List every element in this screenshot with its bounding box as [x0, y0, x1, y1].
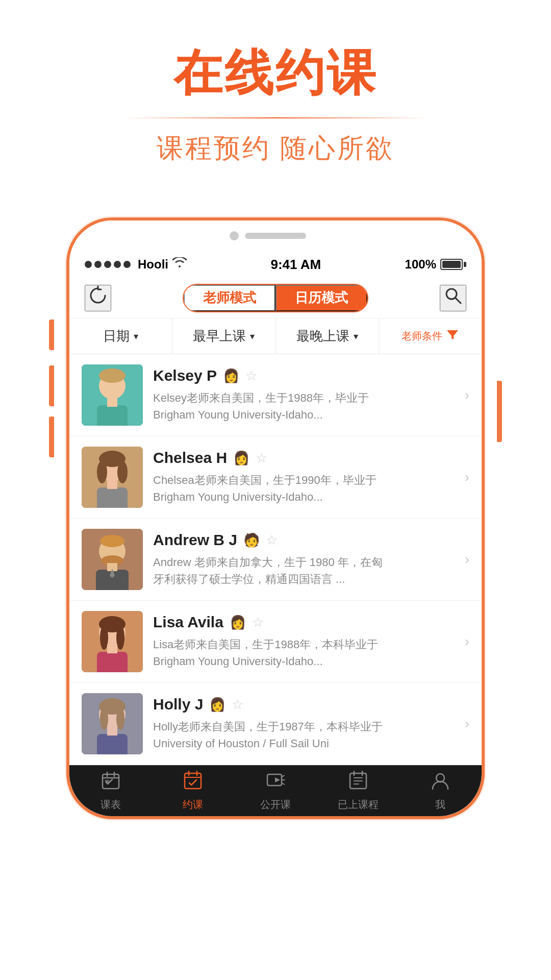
battery-body	[440, 259, 463, 270]
gender-icon: 👩	[209, 697, 226, 713]
title-divider	[122, 117, 429, 118]
filter-latest[interactable]: 最晚上课 ▾	[276, 318, 379, 354]
signal-dot	[104, 261, 111, 268]
teacher-name: Kelsey P	[153, 367, 217, 384]
svg-rect-12	[97, 487, 128, 508]
side-button-power	[497, 381, 502, 442]
gender-icon: 🧑	[243, 532, 260, 548]
calendar-mode-button[interactable]: 日历模式	[276, 285, 367, 311]
phone-top	[69, 220, 482, 251]
nav-item-schedule[interactable]: 课表	[69, 771, 152, 812]
filter-latest-label: 最晚上课	[296, 327, 349, 345]
teacher-name: Holly J	[153, 696, 203, 713]
svg-rect-26	[97, 652, 128, 672]
teacher-desc-line2: University of Houston / Full Sail Uni	[153, 737, 329, 750]
teacher-name-row: Andrew B J 🧑 ☆	[153, 531, 449, 549]
search-icon	[443, 285, 463, 310]
teacher-item[interactable]: Kelsey P 👩 ☆ Kelsey老师来自美国，生于1988年，毕业于 Br…	[69, 354, 482, 436]
teacher-desc-line2: Brigham Young University-Idaho...	[153, 491, 323, 503]
svg-line-47	[282, 775, 284, 777]
teacher-desc-line2: 牙利获得了硕士学位，精通四国语言 ...	[153, 573, 345, 585]
svg-point-32	[116, 707, 124, 730]
star-icon: ☆	[232, 697, 243, 713]
teacher-avatar-holly	[82, 693, 143, 754]
svg-rect-27	[107, 644, 117, 653]
mode-toggle: 老师模式 日历模式	[183, 284, 368, 312]
teacher-item[interactable]: Andrew B J 🧑 ☆ Andrew 老师来自加拿大，生于 1980 年，…	[69, 519, 482, 601]
nav-label-profile: 我	[435, 798, 445, 812]
teacher-desc: Chelsea老师来自美国，生于1990年，毕业于 Brigham Young …	[153, 472, 449, 505]
side-button-volume-up	[49, 365, 54, 406]
funnel-icon	[446, 329, 459, 344]
nav-label-opencourse: 公开课	[260, 798, 291, 812]
filter-earliest-label: 最早上课	[193, 327, 246, 345]
teacher-desc-line2: Brigham Young University-Idaho...	[153, 655, 323, 668]
nav-label-booking: 约课	[183, 798, 203, 812]
teacher-desc-line1: Lisa老师来自美国，生于1988年，本科毕业于	[153, 638, 378, 651]
teacher-name: Andrew B J	[153, 531, 237, 549]
signal-dot	[85, 261, 92, 268]
phone-wrapper: Hooli 9:41 AM 100%	[56, 217, 495, 819]
wifi-icon	[172, 257, 187, 272]
main-title: 在线约课	[173, 41, 378, 107]
side-button-volume-down	[49, 416, 54, 457]
filter-date-arrow: ▾	[134, 331, 138, 342]
gender-icon: 👩	[223, 368, 239, 384]
teacher-item[interactable]: Chelsea H 👩 ☆ Chelsea老师来自美国，生于1990年，毕业于 …	[69, 436, 482, 519]
svg-rect-34	[107, 726, 117, 736]
teacher-desc: Lisa老师来自美国，生于1988年，本科毕业于 Brigham Young U…	[153, 636, 449, 670]
teacher-name-row: Holly J 👩 ☆	[153, 696, 449, 713]
star-icon: ☆	[252, 615, 264, 630]
star-icon: ☆	[245, 368, 257, 384]
top-nav: 老师模式 日历模式	[69, 278, 482, 318]
status-left: Hooli	[85, 257, 187, 272]
side-button-mute	[49, 320, 54, 350]
svg-point-31	[100, 707, 108, 730]
svg-rect-33	[97, 734, 128, 754]
nav-item-completed[interactable]: 已上课程	[317, 771, 399, 812]
refresh-button[interactable]	[85, 285, 111, 311]
profile-icon	[431, 771, 450, 795]
teacher-desc: Kelsey老师来自美国，生于1988年，毕业于 Brigham Young U…	[153, 389, 449, 423]
svg-point-10	[97, 461, 107, 483]
teacher-info-chelsea: Chelsea H 👩 ☆ Chelsea老师来自美国，生于1990年，毕业于 …	[143, 449, 460, 505]
teacher-desc: Andrew 老师来自加拿大，生于 1980 年，在匈 牙利获得了硕士学位，精通…	[153, 554, 449, 587]
opencourse-icon	[266, 771, 285, 795]
teacher-avatar-lisa	[82, 611, 143, 672]
teacher-info-andrew: Andrew B J 🧑 ☆ Andrew 老师来自加拿大，生于 1980 年，…	[143, 531, 460, 587]
nav-item-profile[interactable]: 我	[399, 771, 482, 812]
status-right: 100%	[405, 257, 466, 272]
header-section: 在线约课 课程预约 随心所欲	[0, 0, 551, 187]
filter-bar: 日期 ▾ 最早上课 ▾ 最晚上课 ▾ 老师条件	[69, 318, 482, 354]
completed-icon	[348, 771, 368, 795]
svg-point-4	[99, 369, 126, 383]
filter-date[interactable]: 日期 ▾	[69, 318, 172, 354]
schedule-icon	[101, 771, 120, 795]
nav-item-booking[interactable]: 约课	[152, 771, 235, 812]
svg-point-25	[116, 625, 124, 650]
teacher-item[interactable]: Lisa Avila 👩 ☆ Lisa老师来自美国，生于1988年，本科毕业于 …	[69, 601, 482, 683]
booking-icon	[183, 771, 203, 795]
filter-earliest[interactable]: 最早上课 ▾	[172, 318, 276, 354]
teacher-name-row: Kelsey P 👩 ☆	[153, 367, 449, 384]
svg-point-17	[100, 535, 124, 547]
teacher-item[interactable]: Holly J 👩 ☆ Holly老师来自美国，生于1987年，本科毕业于 Un…	[69, 683, 482, 765]
filter-teacher[interactable]: 老师条件	[379, 318, 482, 354]
teacher-desc-line1: Andrew 老师来自加拿大，生于 1980 年，在匈	[153, 556, 383, 569]
filter-latest-arrow: ▾	[354, 331, 358, 342]
filter-earliest-arrow: ▾	[250, 331, 255, 342]
teacher-desc-line1: Kelsey老师来自美国，生于1988年，毕业于	[153, 391, 369, 404]
svg-rect-13	[107, 480, 117, 489]
battery-icon	[440, 259, 466, 270]
teacher-list: Kelsey P 👩 ☆ Kelsey老师来自美国，生于1988年，毕业于 Br…	[69, 354, 482, 765]
svg-point-56	[436, 774, 444, 782]
sub-title: 课程预约 随心所欲	[157, 131, 394, 166]
svg-rect-6	[107, 398, 117, 407]
teacher-info-kelsey: Kelsey P 👩 ☆ Kelsey老师来自美国，生于1988年，毕业于 Br…	[143, 367, 460, 423]
search-button[interactable]	[440, 285, 466, 311]
teacher-mode-button[interactable]: 老师模式	[184, 285, 276, 311]
nav-item-opencourse[interactable]: 公开课	[234, 771, 317, 812]
teacher-name: Lisa Avila	[153, 614, 223, 631]
signal-dot	[94, 261, 102, 268]
teacher-desc-line2: Brigham Young University-Idaho...	[153, 408, 323, 421]
